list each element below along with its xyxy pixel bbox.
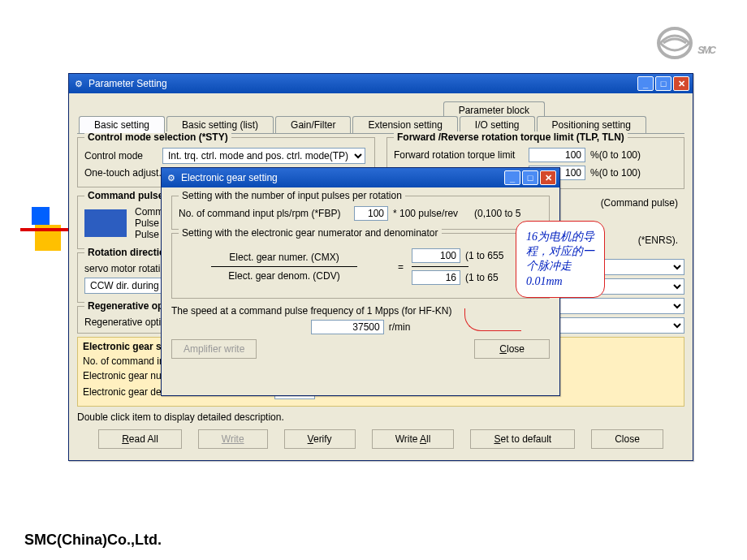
group-legend: Setting with the electronic gear numerat… [179,227,442,239]
speed-label: The speed at a command pulse frequency o… [171,305,452,317]
fbp-suffix: * 100 pulse/rev [393,208,458,219]
cdv-label: Elect. gear denom. (CDV) [228,270,339,282]
fbp-group: Setting with the number of input pulses … [171,196,550,230]
electronic-gear-window: ⚙ Electronic gear setting _ □ ✕ Setting … [161,167,560,396]
callout-annotation: 16为电机的导程，对应的一个脉冲走0.01mm [516,221,605,298]
cmx-input[interactable] [412,248,460,263]
tab-positioning-setting[interactable]: Positioning setting [537,116,646,133]
callout-tail [464,308,521,331]
footer-text: SMC(China)Co.,Ltd. [24,532,162,549]
close-button-main[interactable]: Close [591,429,663,449]
amplifier-write-button[interactable]: Amplifier write [171,339,257,359]
rot-label: servo motor rotati [84,263,160,274]
logo: SMC [657,23,715,62]
control-mode-combo[interactable]: Int. trq. ctrl. mode and pos. ctrl. mode… [162,148,365,164]
sub-close-button[interactable]: ✕ [540,170,556,185]
set-default-button[interactable]: Set to default [470,429,575,449]
write-all-button[interactable]: Write All [372,429,455,449]
maximize-button[interactable]: □ [655,76,671,91]
egear-b: Electronic gear nu [83,370,162,381]
egear-legend: Electronic gear se [83,341,166,352]
sub-close-button2[interactable]: Close [474,339,550,359]
cmx-cdv-group: Setting with the electronic gear numerat… [171,233,550,299]
verify-button[interactable]: Verify [284,429,356,449]
pulse-icon [84,209,127,237]
window-title: Parameter Setting [89,78,167,89]
group-legend: Forward /Reverse rotation torque limit (… [394,131,628,143]
fbp-input[interactable] [354,206,388,221]
group-legend: Control mode selection (*STY) [84,131,231,143]
torque-unit: %(0 to 100) [590,149,641,161]
sub-minimize-button[interactable]: _ [504,170,520,185]
cmx-label: Elect. gear numer. (CMX) [229,252,339,263]
app-icon: ⚙ [165,171,178,184]
fwd-torque-label: Forward rotation torque limit [394,149,524,161]
write-button[interactable]: Write [198,429,268,449]
sub-titlebar[interactable]: ⚙ Electronic gear setting _ □ ✕ [162,168,559,187]
app-icon: ⚙ [72,77,85,90]
titlebar[interactable]: ⚙ Parameter Setting _ □ ✕ [69,74,693,93]
tab-gain-filter[interactable]: Gain/Filter [275,116,351,133]
tab-basic-setting-list[interactable]: Basic setting (list) [166,116,274,133]
tab-extension-setting[interactable]: Extension setting [352,116,457,133]
tabstrip: Parameter block Basic setting Basic sett… [77,101,684,134]
regen-label: Regenerative optio [84,317,166,328]
group-legend: Regenerative opti [84,300,173,312]
group-legend: Setting with the number of input pulses … [179,190,405,201]
tab-io-setting[interactable]: I/O setting [460,116,535,133]
fbp-label: No. of command input pls/rpm (*FBP) [179,208,349,219]
fwd-torque-input[interactable] [529,148,585,162]
minimize-button[interactable]: _ [637,76,654,91]
torque-unit2: %(0 to 100) [590,167,641,179]
egear-a: No. of command in [83,355,165,367]
cdv-input[interactable] [412,270,460,285]
equals: = [398,261,404,273]
sub-maximize-button[interactable]: □ [522,170,538,185]
speed-output [311,320,384,334]
cdv-range: (1 to 65 [465,272,499,283]
speed-unit: r/min [389,321,411,333]
fbp-range: (0,100 to 5 [474,208,520,219]
tab-basic-setting[interactable]: Basic setting [79,116,165,133]
cmx-range: (1 to 655 [465,250,503,261]
control-mode-label: Control mode [84,150,158,162]
sub-window-title: Electronic gear setting [181,172,278,183]
close-button[interactable]: ✕ [673,76,689,91]
read-all-button[interactable]: RRead Allead All [98,429,182,449]
hint-text: Double click item to display detailed de… [77,411,684,423]
one-touch-label: One-touch adjust. [84,167,162,179]
